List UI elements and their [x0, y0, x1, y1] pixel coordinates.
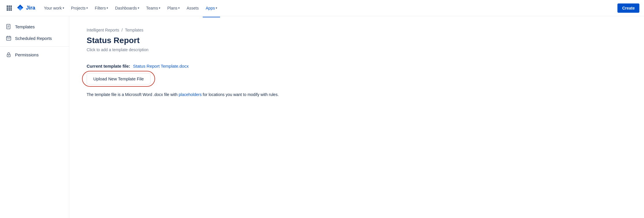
sidebar-item-permissions[interactable]: Permissions	[0, 49, 69, 60]
sidebar-item-scheduled-reports[interactable]: Scheduled Reports	[0, 32, 69, 44]
nav-item-filters[interactable]: Filters ▾	[92, 4, 111, 12]
current-file-label: Current template file:	[87, 64, 130, 69]
info-text-before: The template file is a Microsoft Word .d…	[87, 92, 179, 97]
chevron-down-icon: ▾	[216, 6, 217, 10]
chevron-down-icon: ▾	[63, 6, 64, 10]
svg-rect-3	[7, 7, 8, 9]
sidebar-item-templates[interactable]: Templates	[0, 21, 69, 32]
sidebar-templates-label: Templates	[15, 24, 35, 29]
breadcrumb: Intelligent Reports / Templates	[87, 28, 627, 32]
svg-point-17	[8, 38, 8, 39]
page-title: Status Report	[87, 36, 627, 45]
svg-rect-0	[7, 5, 8, 7]
create-button[interactable]: Create	[617, 3, 639, 13]
lock-icon	[6, 52, 12, 58]
chevron-down-icon: ▾	[178, 6, 180, 10]
upload-template-button[interactable]: Upload New Template File	[87, 73, 150, 84]
calendar-icon	[6, 35, 12, 41]
nav-item-apps[interactable]: Apps ▾	[203, 4, 220, 12]
jira-logo-text: Jira	[26, 5, 35, 11]
svg-rect-13	[7, 36, 11, 40]
breadcrumb-current: Templates	[125, 28, 144, 32]
svg-point-18	[8, 38, 9, 39]
document-icon	[6, 24, 12, 29]
svg-rect-8	[10, 9, 12, 11]
jira-logo[interactable]: Jira	[16, 4, 35, 12]
svg-rect-6	[7, 9, 8, 11]
nav-item-assets[interactable]: Assets	[184, 4, 202, 12]
template-info: The template file is a Microsoft Word .d…	[87, 91, 283, 98]
nav-item-projects[interactable]: Projects ▾	[68, 4, 91, 12]
nav-item-dashboards[interactable]: Dashboards ▾	[112, 4, 142, 12]
chevron-down-icon: ▾	[86, 6, 88, 10]
svg-rect-5	[10, 7, 12, 9]
grid-icon[interactable]	[5, 3, 14, 13]
breadcrumb-separator: /	[122, 28, 123, 32]
svg-point-21	[8, 55, 9, 56]
svg-rect-4	[9, 7, 10, 9]
page-description[interactable]: Click to add a template description	[87, 47, 627, 52]
svg-rect-2	[10, 5, 12, 7]
sidebar-permissions-label: Permissions	[15, 52, 39, 57]
nav-item-teams[interactable]: Teams ▾	[143, 4, 163, 12]
nav-item-your-work[interactable]: Your work ▾	[41, 4, 67, 12]
chevron-down-icon: ▾	[159, 6, 160, 10]
sidebar-divider	[0, 46, 69, 47]
upload-button-wrapper: Upload New Template File	[87, 73, 150, 84]
main-content: Intelligent Reports / Templates Status R…	[69, 16, 644, 218]
breadcrumb-parent[interactable]: Intelligent Reports	[87, 28, 119, 32]
info-text-after: for locations you want to modify with ru…	[202, 92, 279, 97]
current-template-file-row: Current template file: Status Report Tem…	[87, 64, 627, 69]
topnav: Jira Your work ▾ Projects ▾ Filters ▾ Da…	[0, 0, 644, 16]
svg-rect-1	[9, 5, 10, 7]
svg-point-19	[9, 38, 10, 39]
sidebar: Templates Scheduled Reports	[0, 16, 69, 218]
chevron-down-icon: ▾	[138, 6, 139, 10]
chevron-down-icon: ▾	[107, 6, 108, 10]
current-file-link[interactable]: Status Report Template.docx	[133, 64, 189, 69]
svg-rect-7	[9, 9, 10, 11]
layout: Templates Scheduled Reports	[0, 16, 644, 218]
nav-item-plans[interactable]: Plans ▾	[164, 4, 183, 12]
placeholders-link[interactable]: placeholders	[179, 92, 202, 97]
sidebar-scheduled-label: Scheduled Reports	[15, 36, 52, 41]
